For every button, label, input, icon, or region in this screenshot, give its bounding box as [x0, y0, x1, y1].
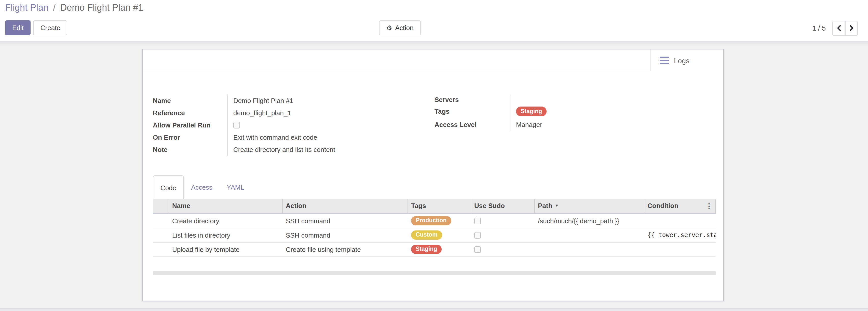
breadcrumb-current: Demo Flight Plan #1	[60, 3, 143, 13]
column-header-path[interactable]: Path ▼	[535, 199, 644, 213]
content-area: Logs Name Demo Flight Plan #1 Reference …	[0, 41, 868, 311]
sort-descending-icon: ▼	[555, 203, 559, 208]
tag-badge[interactable]: Production	[411, 216, 451, 226]
cell-use-sudo	[471, 214, 535, 228]
field-value-allow-parallel-run	[228, 119, 430, 131]
column-header-tags[interactable]: Tags	[408, 199, 471, 213]
bottom-edge-strip	[0, 308, 868, 311]
chevron-left-icon	[836, 25, 841, 31]
path-header-label: Path	[538, 202, 552, 209]
cell-condition[interactable]	[644, 214, 716, 228]
field-value-tags: Staging	[510, 105, 712, 118]
field-label-access-level: Access Level	[435, 118, 510, 131]
field-group-left: Name Demo Flight Plan #1 Reference demo_…	[153, 94, 430, 156]
cell-action[interactable]: SSH command	[283, 214, 408, 228]
breadcrumb: Flight Plan / Demo Flight Plan #1	[5, 3, 143, 13]
cell-condition[interactable]: {{ tower.server.sta	[644, 228, 716, 242]
field-label-servers: Servers	[435, 94, 510, 105]
row-handle-cell	[153, 243, 169, 256]
field-label-reference: Reference	[153, 107, 228, 119]
cell-tags: Staging	[408, 243, 471, 256]
pager-next-button[interactable]	[845, 21, 858, 35]
cell-tags: Custom	[408, 228, 471, 242]
breadcrumb-parent-link[interactable]: Flight Plan	[5, 3, 49, 13]
row-handle-cell	[153, 214, 169, 228]
gear-icon: ⚙	[386, 25, 392, 31]
allow-parallel-run-checkbox[interactable]	[233, 122, 240, 129]
button-row: Edit Create	[5, 20, 67, 36]
cell-path[interactable]: /such/much/{{ demo_path }}	[535, 214, 644, 228]
create-button[interactable]: Create	[33, 20, 67, 35]
cell-name[interactable]: List files in directory	[169, 228, 283, 242]
pager-count: 1 / 5	[812, 24, 826, 32]
field-value-servers	[510, 94, 712, 105]
column-header-action[interactable]: Action	[283, 199, 408, 213]
tab-access[interactable]: Access	[184, 175, 220, 199]
field-value-note: Create directory and list its content	[228, 144, 430, 156]
app-page: Flight Plan / Demo Flight Plan #1 Edit C…	[0, 0, 868, 311]
cell-name[interactable]: Upload file by template	[169, 243, 283, 256]
cell-name[interactable]: Create directory	[169, 214, 283, 228]
tag-badge[interactable]: Staging	[411, 245, 442, 254]
tag-badge-staging[interactable]: Staging	[516, 107, 547, 116]
cell-use-sudo	[471, 228, 535, 242]
pager: 1 / 5	[812, 20, 858, 36]
action-menu-button[interactable]: ⚙ Action	[379, 20, 421, 35]
field-label-tags: Tags	[435, 105, 510, 118]
chevron-right-icon	[849, 25, 854, 31]
field-label-allow-parallel-run: Allow Parallel Run	[153, 119, 228, 131]
use-sudo-checkbox[interactable]	[474, 218, 481, 224]
table-row[interactable]: Create directory SSH command Production …	[153, 214, 716, 228]
table-header-row: Name Action Tags Use Sudo Path ▼ Conditi…	[153, 199, 716, 214]
steps-table: Name Action Tags Use Sudo Path ▼ Conditi…	[153, 199, 716, 257]
cell-action[interactable]: Create file using template	[283, 243, 408, 256]
field-label-on-error: On Error	[153, 131, 228, 143]
edit-button[interactable]: Edit	[5, 20, 31, 35]
cell-path[interactable]	[535, 243, 644, 256]
cell-tags: Production	[408, 214, 471, 228]
tab-code[interactable]: Code	[153, 175, 184, 199]
logs-label: Logs	[674, 56, 689, 64]
horizontal-scrollbar[interactable]	[153, 271, 716, 275]
cell-condition[interactable]	[644, 243, 716, 256]
table-row[interactable]: List files in directory SSH command Cust…	[153, 228, 716, 243]
field-value-reference: demo_flight_plan_1	[228, 107, 430, 119]
cell-path[interactable]	[535, 228, 644, 242]
tag-badge[interactable]: Custom	[411, 230, 442, 240]
breadcrumb-separator: /	[51, 3, 58, 13]
form-sheet: Logs Name Demo Flight Plan #1 Reference …	[142, 49, 724, 301]
field-group-right: Servers Tags Staging Access Level Manage…	[435, 94, 712, 131]
column-header-handle	[153, 199, 169, 213]
table-row[interactable]: Upload file by template Create file usin…	[153, 243, 716, 257]
cell-action[interactable]: SSH command	[283, 228, 408, 242]
field-label-note: Note	[153, 144, 228, 156]
control-panel: Flight Plan / Demo Flight Plan #1 Edit C…	[0, 0, 868, 41]
use-sudo-checkbox[interactable]	[474, 232, 481, 238]
field-label-name: Name	[153, 94, 228, 107]
column-header-use-sudo[interactable]: Use Sudo	[471, 199, 535, 213]
logs-stat-button[interactable]: Logs	[650, 50, 723, 72]
tab-yaml[interactable]: YAML	[220, 175, 251, 199]
field-value-access-level: Manager	[510, 118, 712, 131]
cell-use-sudo	[471, 243, 535, 256]
column-header-name[interactable]: Name	[169, 199, 283, 213]
stat-button-bar: Logs	[143, 50, 723, 72]
pager-buttons	[832, 21, 858, 35]
logs-list-icon	[660, 57, 669, 64]
use-sudo-checkbox[interactable]	[474, 246, 481, 253]
field-value-name: Demo Flight Plan #1	[228, 94, 430, 107]
pager-previous-button[interactable]	[832, 21, 845, 35]
row-handle-cell	[153, 228, 169, 242]
notebook-tabs: Code Access YAML	[153, 175, 716, 199]
action-label: Action	[395, 24, 414, 32]
optional-columns-icon[interactable]: ⋮	[704, 199, 714, 213]
field-value-on-error: Exit with command exit code	[228, 131, 430, 143]
